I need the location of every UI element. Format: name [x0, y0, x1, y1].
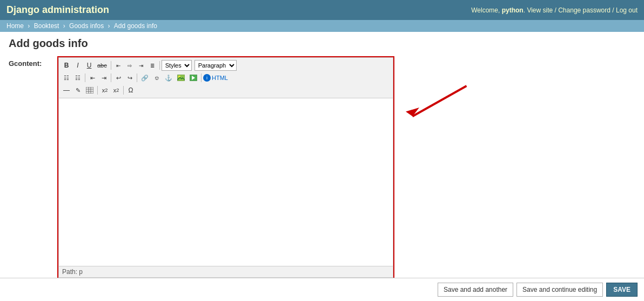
horizontal-rule-button[interactable]: —: [61, 85, 72, 96]
username: python: [502, 6, 524, 14]
breadcrumb-separator: ›: [28, 22, 31, 30]
save-add-another-button[interactable]: Save and add another: [438, 283, 513, 289]
toolbar-sep-8: [123, 86, 124, 95]
link-button[interactable]: 🔗: [139, 72, 151, 83]
content-area: Add goods info Gcontent: B I U abc ⇤: [0, 32, 644, 289]
red-arrow-annotation: [392, 78, 473, 121]
subscript-button[interactable]: x2: [99, 85, 110, 96]
special-char-button[interactable]: Ω: [125, 85, 136, 96]
html-badge: i HTML: [203, 74, 228, 82]
unlink-button[interactable]: ⎊: [151, 72, 162, 83]
rich-text-editor: B I U abc ⇤ ⇨ ⇥ ≣ Styles: [58, 57, 393, 278]
breadcrumb: Home › Booktest › Goods infos › Add good…: [0, 20, 644, 32]
breadcrumb-goods-infos[interactable]: Goods infos: [69, 22, 104, 30]
align-right-button[interactable]: ⇥: [136, 60, 146, 71]
ordered-list-button[interactable]: ☷: [72, 72, 83, 83]
toolbar-sep-6: [201, 73, 202, 82]
gcontent-form-row: Gcontent: B I U abc ⇤ ⇨: [9, 56, 635, 279]
site-header: Django administration Welcome, python. V…: [0, 0, 644, 20]
submit-row: Save and add another Save and continue e…: [0, 278, 644, 289]
svg-rect-4: [86, 87, 93, 93]
align-left-button[interactable]: ⇤: [113, 60, 124, 71]
toolbar-sep-3: [85, 73, 85, 82]
svg-line-9: [413, 86, 467, 116]
toolbar-row-1: B I U abc ⇤ ⇨ ⇥ ≣ Styles: [61, 59, 391, 71]
html-info-icon: i: [203, 74, 211, 82]
log-out-link[interactable]: Log out: [616, 6, 638, 14]
superscript-button[interactable]: x2: [111, 85, 122, 96]
toolbar-sep-1: [111, 61, 111, 70]
editor-outer-border: B I U abc ⇤ ⇨ ⇥ ≣ Styles: [57, 56, 394, 279]
page-title: Add goods info: [9, 37, 635, 50]
anchor-button[interactable]: ⚓: [163, 72, 175, 83]
gcontent-label: Gcontent:: [9, 56, 57, 68]
italic-button[interactable]: I: [72, 60, 83, 71]
breadcrumb-separator-2: ›: [63, 22, 67, 30]
toolbar-sep-2: [159, 61, 160, 70]
toolbar-sep-4: [111, 73, 111, 82]
breadcrumb-current: Add goods info: [114, 22, 157, 30]
html-label: HTML: [212, 75, 228, 81]
table-button[interactable]: [84, 85, 96, 96]
paragraph-select[interactable]: Paragraph: [194, 60, 237, 71]
toolbar-row-3: — ✎ x2 x2 Ω: [61, 84, 391, 96]
svg-marker-10: [406, 108, 419, 116]
underline-button[interactable]: U: [84, 60, 95, 71]
align-center-button[interactable]: ⇨: [124, 60, 135, 71]
unordered-list-button[interactable]: ☷: [61, 72, 72, 83]
welcome-text: Welcome,: [471, 6, 500, 14]
undo-button[interactable]: ↩: [113, 72, 124, 83]
editor-status-bar: Path: p: [59, 266, 393, 277]
toolbar-sep-5: [137, 73, 137, 82]
site-title: Django administration: [6, 4, 109, 16]
editor-path: Path: p: [62, 268, 83, 276]
align-justify-button[interactable]: ≣: [147, 60, 158, 71]
breadcrumb-separator-3: ›: [108, 22, 111, 30]
bold-button[interactable]: B: [61, 60, 72, 71]
pencil-button[interactable]: ✎: [72, 85, 83, 96]
view-site-link[interactable]: View site: [527, 6, 553, 14]
editor-content-area[interactable]: [59, 98, 393, 266]
toolbar-sep-7: [97, 86, 98, 95]
redo-button[interactable]: ↪: [124, 72, 135, 83]
strikethrough-button[interactable]: abc: [95, 60, 109, 71]
toolbar-row-2: ☷ ☷ ⇤ ⇥ ↩ ↪ 🔗 ⎊ ⚓: [61, 72, 391, 84]
save-continue-editing-button[interactable]: Save and continue editing: [516, 283, 603, 289]
save-button[interactable]: SAVE: [606, 283, 638, 289]
breadcrumb-booktest[interactable]: Booktest: [34, 22, 59, 30]
image-button[interactable]: [175, 72, 187, 83]
editor-toolbar: B I U abc ⇤ ⇨ ⇥ ≣ Styles: [59, 58, 393, 98]
styles-select[interactable]: Styles: [162, 60, 192, 71]
user-tools: Welcome, python. View site / Change pass…: [471, 6, 638, 14]
indent-left-button[interactable]: ⇤: [87, 72, 98, 83]
flash-button[interactable]: [187, 72, 199, 83]
breadcrumb-home[interactable]: Home: [6, 22, 24, 30]
change-password-link[interactable]: Change password: [558, 6, 611, 14]
indent-right-button[interactable]: ⇥: [98, 72, 109, 83]
